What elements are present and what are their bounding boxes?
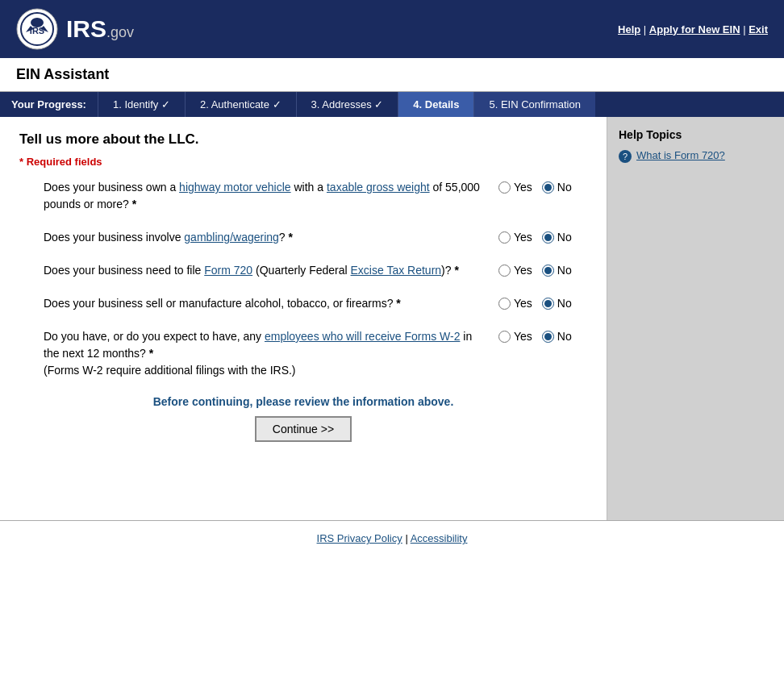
radio-q3-no[interactable]: No [542,264,572,277]
question-text-2: Does your business involve gambling/wage… [44,229,498,246]
progress-step-addresses: 3. Addresses ✓ [296,92,398,117]
header-navigation: Help | Apply for New EIN | Exit [618,23,768,35]
privacy-policy-link[interactable]: IRS Privacy Policy [317,532,402,544]
section-title: Tell us more about the LLC. [19,131,587,148]
main-container: Tell us more about the LLC. * Required f… [0,117,784,520]
irs-title: IRS.gov [66,15,134,43]
progress-step-details: 4. Details [398,92,473,117]
question-row-4: Does your business sell or manufacture a… [19,295,587,312]
radio-group-1: Yes No [498,179,587,194]
exit-link[interactable]: Exit [749,23,768,35]
help-question-icon: ? [619,150,632,163]
required-note: * Required fields [19,156,587,168]
gambling-wagering-link[interactable]: gambling/wagering [184,231,279,244]
radio-q1-yes[interactable]: Yes [498,181,532,194]
radio-q4-yes[interactable]: Yes [498,297,532,310]
progress-label: Your Progress: [0,92,98,117]
help-topic-item: ? What is Form 720? [619,149,773,163]
help-link[interactable]: Help [618,23,640,35]
radio-group-5: Yes No [498,328,587,343]
radio-group-2: Yes No [498,229,587,244]
radio-q5-no[interactable]: No [542,330,572,343]
logo-area: IRS IRS.gov [16,8,134,50]
question-row-2: Does your business involve gambling/wage… [19,229,587,246]
page-header: IRS IRS.gov Help | Apply for New EIN | E… [0,0,784,58]
employees-w2-link[interactable]: employees who will receive Forms W-2 [265,330,460,343]
question-text-4: Does your business sell or manufacture a… [44,295,498,312]
content-area: Tell us more about the LLC. * Required f… [0,117,607,520]
radio-q2-yes[interactable]: Yes [498,231,532,244]
radio-q1-no[interactable]: No [542,181,572,194]
progress-bar: Your Progress: 1. Identify ✓ 2. Authenti… [0,92,784,117]
irs-logo-icon: IRS [16,8,58,50]
radio-q3-yes[interactable]: Yes [498,264,532,277]
question-text-3: Does your business need to file Form 720… [44,262,498,279]
excise-tax-link[interactable]: Excise Tax Return [351,264,442,277]
radio-q5-yes[interactable]: Yes [498,330,532,343]
page-footer: IRS Privacy Policy | Accessibility [0,520,784,556]
form720-link[interactable]: Form 720 [204,264,252,277]
question-row-1: Does your business own a highway motor v… [19,179,587,213]
title-bar: EIN Assistant [0,58,784,92]
accessibility-link[interactable]: Accessibility [411,532,468,544]
sidebar-title: Help Topics [619,128,773,141]
progress-step-identify: 1. Identify ✓ [98,92,185,117]
question-row-5: Do you have, or do you expect to have, a… [19,328,587,379]
radio-q4-no[interactable]: No [542,297,572,310]
question-text-1: Does your business own a highway motor v… [44,179,498,213]
apply-ein-link[interactable]: Apply for New EIN [649,23,740,35]
svg-point-3 [31,18,44,27]
radio-q2-no[interactable]: No [542,231,572,244]
radio-group-3: Yes No [498,262,587,277]
taxable-gross-weight-link[interactable]: taxable gross weight [327,181,430,194]
highway-motor-vehicle-link[interactable]: highway motor vehicle [179,181,291,194]
question-text-5: Do you have, or do you expect to have, a… [44,328,498,379]
radio-group-4: Yes No [498,295,587,310]
progress-step-authenticate: 2. Authenticate ✓ [185,92,296,117]
review-notice: Before continuing, please review the inf… [19,395,587,408]
continue-button[interactable]: Continue >> [255,416,352,442]
page-title: EIN Assistant [16,66,768,83]
form720-help-link[interactable]: What is Form 720? [636,149,725,161]
continue-button-wrap: Continue >> [19,416,587,442]
question-row-3: Does your business need to file Form 720… [19,262,587,279]
progress-steps: 1. Identify ✓ 2. Authenticate ✓ 3. Addre… [98,92,784,117]
progress-step-confirmation: 5. EIN Confirmation [473,92,594,117]
sidebar: Help Topics ? What is Form 720? [607,117,784,520]
